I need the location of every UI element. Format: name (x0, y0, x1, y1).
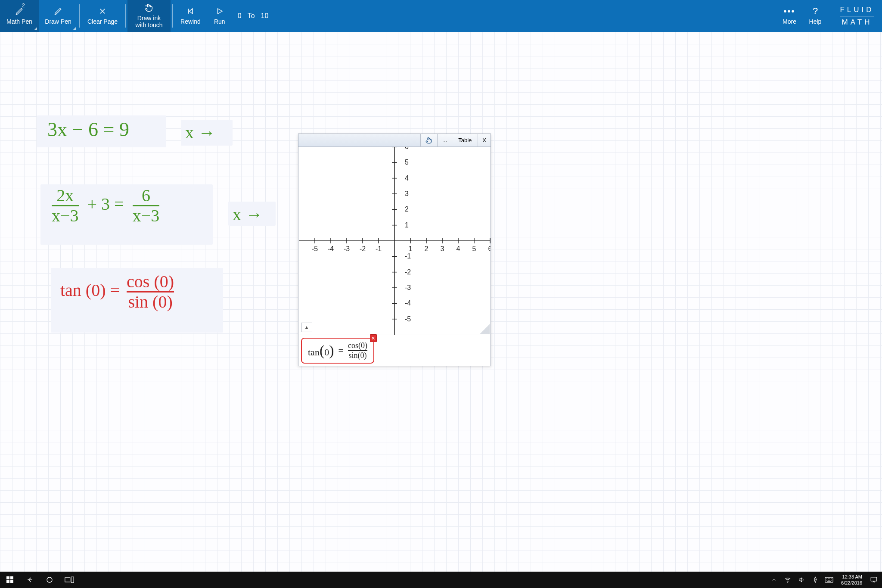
brand-top: FLUID (840, 6, 874, 14)
eq3-num: cos (0) (127, 273, 174, 290)
skip-back-icon (186, 6, 195, 16)
eq2-den-right: x−3 (133, 207, 160, 224)
eq3-lhs: tan (0) = (60, 280, 120, 300)
run-from-value[interactable]: 0 (238, 12, 242, 20)
svg-text:4: 4 (457, 245, 460, 252)
graph-resize-handle[interactable] (480, 324, 490, 334)
play-icon (216, 6, 224, 16)
svg-text:-3: -3 (344, 245, 350, 252)
close-icon: X (482, 137, 486, 143)
cortana-button[interactable] (40, 572, 59, 588)
ellipsis-icon: … (442, 137, 447, 143)
run-label: Run (214, 18, 225, 25)
eq2-mid: + 3 = (87, 194, 124, 214)
run-to-word: To (248, 12, 255, 20)
svg-text:1: 1 (405, 221, 409, 229)
app-brand: FLUID MATH (832, 6, 882, 27)
svg-rect-54 (825, 577, 833, 582)
graph-more-button[interactable]: … (437, 134, 452, 146)
svg-text:-1: -1 (376, 245, 382, 252)
action-center-button[interactable] (866, 576, 882, 584)
start-button[interactable] (0, 572, 20, 588)
svg-point-53 (787, 582, 788, 582)
help-icon: ? (813, 6, 818, 16)
math-canvas[interactable]: 3x − 6 = 9 x → 2x x−3 + 3 = 6 x−3 x → ta… (0, 32, 882, 572)
svg-rect-48 (6, 580, 9, 583)
touch-icon (144, 3, 154, 13)
draw-ink-touch-button[interactable]: Draw ink with touch (127, 0, 171, 32)
formula-rhs: cos(0) sin(0) (348, 341, 367, 360)
clock-date: 6/22/2016 (841, 580, 862, 586)
ribbon-separator (125, 4, 126, 28)
volume-icon[interactable] (795, 576, 807, 583)
wifi-icon[interactable] (782, 576, 794, 583)
handwritten-equation-1[interactable]: 3x − 6 = 9 (47, 118, 129, 141)
graph-toolbar: … Table X (298, 134, 491, 147)
svg-text:-2: -2 (405, 268, 411, 276)
run-range: 0 To 10 (233, 0, 274, 32)
eq3-den: sin (0) (128, 293, 172, 311)
back-button[interactable] (20, 572, 40, 588)
clock-time: 12:33 AM (841, 574, 862, 580)
graph-formula-row: ✕ tan(0) = cos(0) sin(0) (298, 335, 491, 366)
tray-chevron-icon[interactable] (768, 577, 780, 582)
graph-panel[interactable]: … Table X -5-4-3-2-1123456-5-4-3-2-11234… (298, 134, 491, 366)
close-icon (99, 6, 106, 16)
math-pen-button[interactable]: 2 Math Pen (0, 0, 39, 32)
svg-text:6: 6 (405, 147, 409, 150)
ribbon-separator (172, 4, 173, 28)
graph-formula-box[interactable]: ✕ tan(0) = cos(0) sin(0) (301, 338, 374, 364)
handwritten-arrow-2[interactable]: x → (233, 204, 263, 224)
run-button[interactable]: Run (207, 0, 233, 32)
draw-ink-label-2: with touch (136, 22, 163, 28)
taskbar-clock[interactable]: 12:33 AM 6/22/2016 (838, 574, 866, 586)
formula-error-icon[interactable]: ✕ (370, 334, 377, 342)
svg-point-50 (47, 577, 52, 582)
graph-table-button[interactable]: Table (452, 134, 478, 146)
graph-close-button[interactable]: X (478, 134, 491, 146)
handwritten-arrow-1[interactable]: x → (185, 122, 215, 143)
task-view-button[interactable] (59, 572, 79, 588)
handwritten-equation-2[interactable]: 2x x−3 + 3 = 6 x−3 (52, 187, 159, 224)
help-label: Help (809, 18, 822, 25)
more-label: More (783, 18, 796, 25)
formula-eq: = (339, 345, 344, 356)
brand-bottom: MATH (842, 18, 873, 27)
graph-expand-button[interactable]: ▲ (301, 323, 312, 332)
math-pen-badge: 2 (22, 3, 25, 9)
graph-plot-area[interactable]: -5-4-3-2-1123456-5-4-3-2-1123456 ▲ (298, 147, 491, 335)
formula-lhs: tan(0) (308, 342, 334, 359)
help-button[interactable]: ? Help (802, 3, 828, 28)
svg-rect-52 (71, 577, 74, 583)
draw-pen-button[interactable]: Draw Pen (39, 0, 78, 32)
triangle-up-icon: ▲ (304, 324, 309, 330)
clear-page-label: Clear Page (87, 18, 118, 25)
svg-text:-3: -3 (405, 284, 411, 291)
more-button[interactable]: ••• More (776, 3, 802, 28)
svg-text:4: 4 (405, 174, 409, 182)
svg-text:-4: -4 (405, 299, 411, 307)
svg-text:6: 6 (488, 245, 491, 252)
svg-text:-5: -5 (312, 245, 318, 252)
svg-text:-2: -2 (360, 245, 366, 252)
svg-text:2: 2 (425, 245, 429, 252)
svg-text:1: 1 (409, 245, 413, 252)
handwritten-equation-3[interactable]: tan (0) = cos (0) sin (0) (60, 273, 174, 311)
graph-svg: -5-4-3-2-1123456-5-4-3-2-1123456 (298, 147, 491, 335)
svg-text:-4: -4 (328, 245, 334, 252)
app-ribbon: 2 Math Pen Draw Pen Clear Page Draw ink … (0, 0, 882, 32)
pen-tray-icon[interactable] (809, 576, 821, 583)
math-pen-label: Math Pen (6, 18, 32, 25)
clear-page-button[interactable]: Clear Page (81, 0, 124, 32)
draw-pen-label: Draw Pen (45, 18, 71, 25)
ellipsis-icon: ••• (783, 6, 795, 16)
system-tray (768, 576, 838, 583)
rewind-button[interactable]: Rewind (174, 0, 207, 32)
svg-text:3: 3 (405, 190, 409, 197)
svg-rect-47 (10, 576, 13, 579)
svg-rect-49 (10, 580, 13, 583)
graph-touch-button[interactable] (420, 134, 437, 146)
run-to-value[interactable]: 10 (261, 12, 269, 20)
svg-text:2: 2 (405, 205, 409, 213)
keyboard-icon[interactable] (823, 577, 835, 583)
